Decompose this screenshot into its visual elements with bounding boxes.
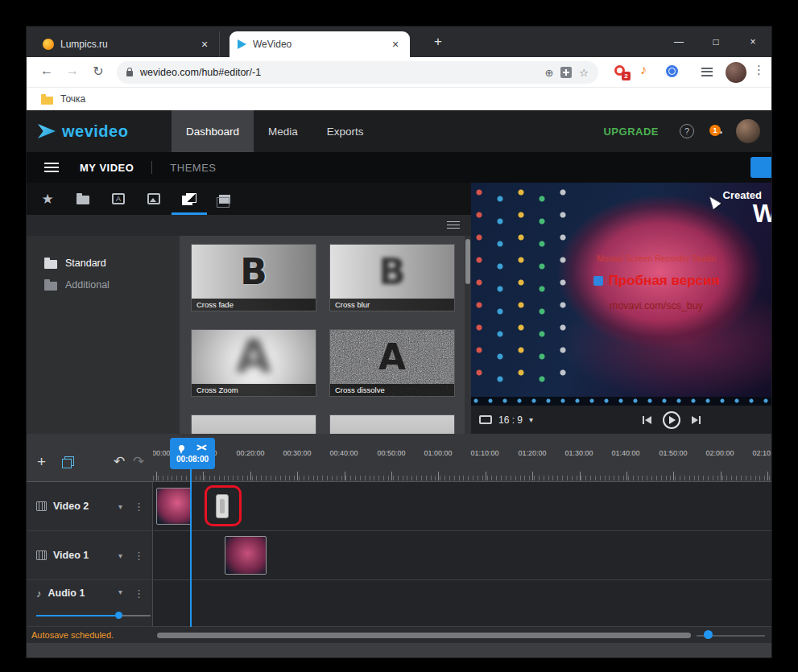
audio-track-icon: ♪ (36, 587, 42, 600)
primary-action-button[interactable] (750, 157, 771, 178)
sort-icon[interactable] (447, 221, 460, 229)
video-clip[interactable] (156, 488, 192, 525)
display-icon (479, 415, 492, 424)
track-lane[interactable] (153, 482, 771, 531)
track-name: Video 1 (53, 550, 89, 561)
back-button[interactable]: ← (38, 64, 56, 78)
playhead-line[interactable] (190, 469, 192, 627)
zoom-slider-knob[interactable] (704, 630, 713, 639)
bookmark-star-icon[interactable]: ☆ (579, 67, 589, 79)
forward-button[interactable]: → (64, 64, 81, 78)
nav-media[interactable]: Media (254, 110, 312, 152)
chevron-down-icon[interactable]: ▾ (118, 502, 122, 511)
favorites-tab[interactable]: ★ (30, 183, 65, 215)
user-avatar[interactable] (736, 119, 760, 143)
track-lane[interactable] (153, 531, 771, 580)
watermark-main-text: Пробная версия (609, 273, 720, 289)
panel-scrollbar[interactable] (465, 236, 471, 434)
transition-cross-dissolve[interactable]: A Cross dissolve (329, 329, 455, 397)
close-button[interactable]: × (734, 27, 771, 57)
scrollbar-thumb[interactable] (465, 239, 470, 284)
address-bar[interactable]: wevideo.com/hub#editor/-1 ⊕ ☆ (117, 61, 598, 84)
transition-cross-zoom[interactable]: A Cross Zoom (191, 329, 316, 397)
folder-label: Standard (65, 258, 106, 269)
chevron-down-icon[interactable]: ▾ (118, 587, 122, 596)
redo-button[interactable]: ↷ (133, 453, 144, 470)
tab-close-icon[interactable]: × (389, 38, 402, 51)
transition-card-partial[interactable] (191, 414, 316, 434)
new-tab-button[interactable]: + (429, 34, 447, 50)
marker-pin-icon[interactable] (179, 445, 184, 451)
folder-additional[interactable]: Additional (27, 274, 180, 295)
horizontal-scrollbar[interactable] (157, 633, 691, 638)
reading-list-icon[interactable] (701, 68, 713, 76)
time-ruler[interactable]: 00:00:00 00:10:00 00:20:00 00:30:00 00:4… (153, 434, 771, 481)
nav-exports[interactable]: Exports (312, 110, 378, 152)
menu-icon[interactable] (44, 163, 59, 172)
undo-button[interactable]: ↶ (114, 453, 125, 470)
annotation-highlight (205, 485, 242, 526)
text-tab[interactable]: A (101, 183, 136, 215)
media-tab[interactable] (65, 183, 101, 215)
extension-icon-red[interactable]: 2 (614, 65, 625, 76)
graphics-tab[interactable] (136, 183, 172, 215)
volume-slider[interactable] (36, 612, 151, 619)
url-text[interactable]: wevideo.com/hub#editor/-1 (140, 67, 537, 78)
playhead-icons (179, 443, 207, 451)
play-button[interactable] (663, 411, 680, 429)
browser-profile-avatar[interactable] (726, 62, 746, 83)
tab-wevideo[interactable]: WeVideo × (229, 31, 410, 57)
transition-cross-blur[interactable]: B Cross blur (329, 244, 455, 311)
panel-tabs: ★ A (27, 183, 471, 215)
main-content: ★ A Standard Additional (27, 183, 771, 434)
skip-back-button[interactable] (643, 416, 651, 424)
wevideo-logo-icon (38, 124, 56, 139)
layouts-tab[interactable] (207, 183, 242, 215)
track-menu-icon[interactable]: ⋮ (134, 550, 144, 562)
track-lane[interactable] (153, 580, 771, 627)
video-clip[interactable] (225, 536, 267, 575)
chevron-down-icon[interactable]: ▾ (118, 551, 122, 560)
help-button[interactable]: ? (680, 124, 694, 138)
nav-dashboard[interactable]: Dashboard (172, 110, 254, 152)
track-header[interactable]: Video 2 ▾ ⋮ (27, 482, 153, 531)
extension-icon-music[interactable]: ♪ (640, 63, 647, 77)
track-header[interactable]: Video 1 ▾ ⋮ (27, 531, 153, 580)
aspect-ratio-value[interactable]: 16 : 9 (498, 414, 523, 426)
skip-forward-button[interactable] (692, 416, 701, 424)
reload-button[interactable]: ↻ (89, 64, 107, 79)
translate-icon[interactable] (560, 67, 572, 78)
transition-cross-fade[interactable]: B Cross fade (191, 244, 316, 311)
transition-label: Cross Zoom (192, 384, 316, 396)
themes-link[interactable]: THEMES (170, 162, 216, 174)
playhead-marker[interactable]: 00:08:00 (170, 438, 215, 469)
track-menu-icon[interactable]: ⋮ (134, 587, 144, 600)
transport-controls (643, 411, 701, 429)
zoom-page-icon[interactable]: ⊕ (544, 67, 553, 79)
duplicate-icon[interactable] (62, 456, 74, 468)
video-preview[interactable]: Movavi Screen Recorder Studio Пробная ве… (471, 183, 771, 406)
add-clip-button[interactable]: + (37, 453, 46, 471)
folder-standard[interactable]: Standard (27, 252, 180, 274)
track-header[interactable]: ♪ Audio 1 ▾ ⋮ (27, 580, 153, 627)
track-menu-icon[interactable]: ⋮ (134, 501, 144, 513)
watermark-main: Пробная версия (556, 273, 757, 289)
transition-card-partial[interactable] (329, 414, 455, 434)
minimize-button[interactable]: — (660, 27, 697, 57)
project-title[interactable]: MY VIDEO (80, 162, 134, 174)
bar (699, 416, 701, 424)
chevron-down-icon[interactable]: ▾ (529, 415, 533, 424)
transitions-tab[interactable] (172, 183, 207, 215)
tab-lumpics[interactable]: Lumpics.ru × (35, 31, 220, 57)
slider-knob[interactable] (115, 612, 122, 619)
wevideo-logo[interactable]: wevideo (38, 110, 128, 152)
scissors-icon[interactable] (196, 443, 207, 451)
maximize-button[interactable]: □ (697, 27, 734, 57)
upgrade-link[interactable]: UPGRADE (603, 126, 659, 138)
tab-close-icon[interactable]: × (198, 38, 211, 51)
bookmark-folder-label[interactable]: Точка (60, 93, 85, 105)
browser-menu-icon[interactable]: ⋮ (753, 63, 765, 77)
transition-letter: B (192, 246, 316, 298)
slider-fill (36, 615, 119, 616)
extension-icon-blue[interactable] (666, 65, 678, 77)
